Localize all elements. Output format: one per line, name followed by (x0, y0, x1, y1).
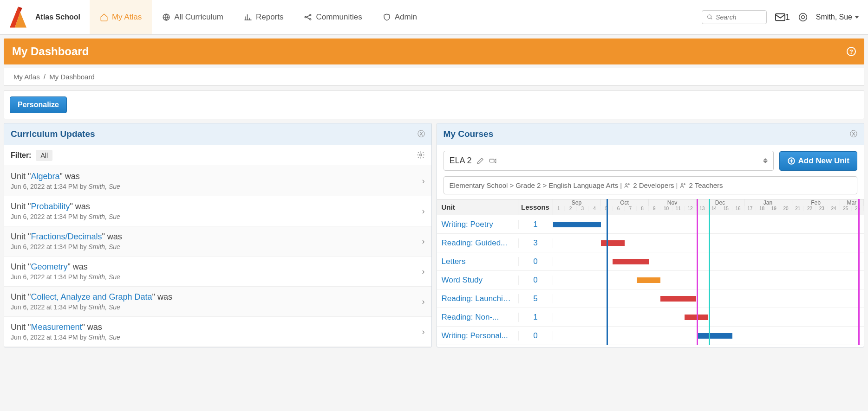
timeline-bar[interactable] (601, 240, 625, 246)
home-icon (100, 13, 108, 21)
course-select[interactable]: ELA 2 (444, 151, 774, 171)
timeline-bar[interactable] (613, 259, 648, 264)
update-meta: Jun 6, 2022 at 1:34 PM by Smith, Sue (11, 303, 172, 311)
user-menu[interactable]: Smith, Sue (816, 13, 859, 21)
timeline: Unit Lessons SepOctNovDecJanFebMar 12345… (437, 199, 864, 345)
week-label: 10 (660, 206, 672, 211)
timeline-row: Reading: Non-...1 (437, 308, 864, 327)
plus-circle-icon (787, 157, 796, 165)
personalize-button[interactable]: Personalize (10, 96, 67, 113)
help-button[interactable]: ? (847, 47, 856, 56)
unit-link[interactable]: Writing: Personal... (437, 331, 518, 340)
svg-point-5 (310, 14, 311, 16)
path-teachers: 2 Teachers (689, 181, 723, 189)
week-label: 1 (553, 206, 565, 211)
week-label: 25 (840, 206, 852, 211)
chevron-down-icon (855, 16, 859, 19)
unit-link[interactable]: Letters (437, 257, 518, 266)
svg-point-14 (626, 183, 627, 185)
update-item[interactable]: Unit "Fractions/Decimals" was Jun 6, 202… (4, 226, 431, 257)
help-icon[interactable] (798, 13, 808, 22)
svg-point-16 (681, 183, 683, 185)
logo-area: Atlas School (0, 5, 90, 30)
lessons-count[interactable]: 1 (518, 220, 553, 229)
timeline-marker (697, 199, 698, 345)
unit-link[interactable]: Reading: Guided... (437, 238, 518, 248)
path-subject: English Language Arts (548, 181, 618, 189)
lessons-count[interactable]: 0 (518, 276, 553, 285)
add-new-unit-button[interactable]: Add New Unit (779, 151, 858, 171)
nav-admin[interactable]: Admin (372, 0, 427, 34)
gear-icon[interactable] (417, 151, 425, 161)
unit-link[interactable]: Word Study (437, 276, 518, 285)
week-label: 11 (672, 206, 685, 211)
search-icon (707, 13, 713, 21)
month-label: Nov (649, 199, 697, 206)
breadcrumb-root[interactable]: My Atlas (13, 73, 40, 81)
breadcrumb-current: My Dashboard (49, 73, 95, 81)
lessons-count[interactable]: 3 (518, 238, 553, 248)
nav-label: Admin (395, 13, 417, 22)
lessons-count[interactable]: 5 (518, 294, 553, 303)
chart-icon (244, 13, 252, 21)
chevron-right-icon: › (422, 206, 425, 216)
mail-badge[interactable]: 1 (775, 13, 790, 22)
nav-reports[interactable]: Reports (234, 0, 294, 34)
path-developers: 2 Developers (633, 181, 674, 189)
nav-communities[interactable]: Communities (294, 0, 372, 34)
panel-title: My Courses (444, 129, 494, 139)
update-item[interactable]: Unit "Probability" was Jun 6, 2022 at 1:… (4, 196, 431, 226)
month-label: Jan (744, 199, 792, 206)
month-label: Dec (697, 199, 744, 206)
nav-label: Communities (316, 13, 362, 22)
path-school: Elementary School (450, 181, 508, 189)
school-name: Atlas School (35, 13, 80, 21)
timeline-bar[interactable] (660, 296, 696, 302)
my-courses-panel: My Courses ⓧ ELA 2 Add New Unit Elementa… (437, 123, 865, 347)
unit-link[interactable]: Reading: Launchin... (437, 294, 518, 303)
lessons-count[interactable]: 1 (518, 313, 553, 322)
update-item[interactable]: Unit "Collect, Analyze and Graph Data" w… (4, 287, 431, 317)
close-icon[interactable]: ⓧ (850, 129, 857, 139)
timeline-body: Writing: Poetry1Reading: Guided...3Lette… (437, 215, 864, 345)
update-item[interactable]: Unit "Algebra" was Jun 6, 2022 at 1:34 P… (4, 166, 431, 196)
page-title-bar: My Dashboard ? (4, 39, 864, 64)
unit-link[interactable]: Reading: Non-... (437, 313, 518, 322)
timeline-bar[interactable] (697, 333, 732, 339)
svg-rect-8 (776, 14, 785, 21)
timeline-row: Word Study0 (437, 271, 864, 289)
lessons-count[interactable]: 0 (518, 331, 553, 340)
search-box[interactable] (702, 10, 767, 24)
main-nav: My Atlas All Curriculum Reports Communit… (90, 0, 427, 34)
breadcrumb-sep: / (44, 73, 46, 81)
timeline-row: Writing: Poetry1 (437, 215, 864, 234)
week-label: 21 (792, 206, 804, 211)
svg-point-17 (684, 183, 685, 184)
timeline-bar[interactable] (553, 222, 601, 227)
week-label: 16 (732, 206, 744, 211)
page-title: My Dashboard (12, 45, 89, 58)
update-item[interactable]: Unit "Geometry" was Jun 6, 2022 at 1:34 … (4, 257, 431, 287)
update-item[interactable]: Unit "Measurement" was Jun 6, 2022 at 1:… (4, 317, 431, 347)
unit-link[interactable]: Writing: Poetry (437, 220, 518, 229)
week-label: 7 (625, 206, 637, 211)
week-label: 2 (565, 206, 577, 211)
nav-all-curriculum[interactable]: All Curriculum (152, 0, 234, 34)
search-input[interactable] (716, 13, 762, 21)
chevron-right-icon: › (422, 176, 425, 186)
svg-point-9 (799, 13, 807, 21)
breadcrumb: My Atlas / My Dashboard (4, 68, 864, 86)
filter-value[interactable]: All (36, 150, 52, 161)
add-label: Add New Unit (798, 156, 850, 166)
timeline-bar[interactable] (637, 277, 661, 283)
timeline-row: Letters0 (437, 252, 864, 271)
people-icon (624, 182, 631, 189)
update-meta: Jun 6, 2022 at 1:34 PM by Smith, Sue (11, 273, 120, 281)
lessons-count[interactable]: 0 (518, 257, 553, 266)
network-icon (304, 13, 312, 21)
update-title: Unit "Fractions/Decimals" was (11, 232, 122, 242)
week-label: 4 (589, 206, 601, 211)
week-label: 12 (685, 206, 697, 211)
nav-my-atlas[interactable]: My Atlas (90, 0, 152, 34)
close-icon[interactable]: ⓧ (418, 129, 425, 139)
